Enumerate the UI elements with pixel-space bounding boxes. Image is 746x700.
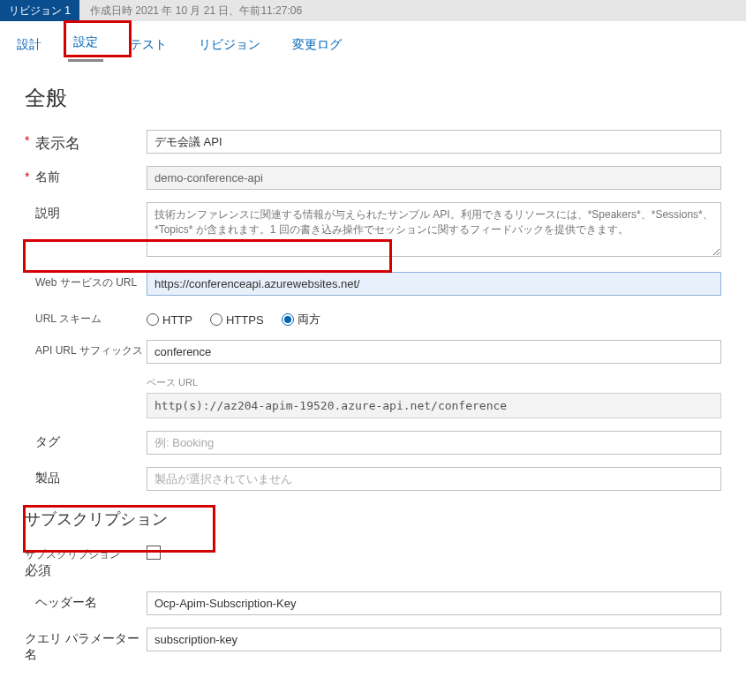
label-sub-required-1: サブスクリプション bbox=[25, 547, 147, 562]
checkbox-subscription-required[interactable] bbox=[147, 546, 161, 560]
input-display-name[interactable] bbox=[147, 130, 721, 154]
input-query-param[interactable] bbox=[147, 628, 721, 651]
radio-both[interactable]: 両方 bbox=[282, 312, 320, 327]
revision-created-text: 作成日時 2021 年 10 月 21 日、午前11:27:06 bbox=[90, 4, 302, 19]
label-tags: タグ bbox=[35, 434, 60, 450]
section-subscription-heading: サブスクリプション bbox=[25, 508, 721, 530]
label-name: 名前 bbox=[35, 169, 60, 185]
revision-badge: リビジョン 1 bbox=[0, 0, 79, 21]
input-web-service-url[interactable] bbox=[147, 272, 721, 296]
input-tags[interactable] bbox=[147, 431, 721, 455]
label-display-name: 表示名 bbox=[35, 133, 80, 154]
input-name bbox=[147, 166, 721, 190]
radio-http[interactable]: HTTP bbox=[147, 313, 192, 327]
radio-https[interactable]: HTTPS bbox=[210, 313, 264, 327]
label-query-param-2: 名 bbox=[25, 647, 147, 663]
tab-revisions[interactable]: リビジョン bbox=[193, 30, 266, 62]
input-header-name[interactable] bbox=[147, 591, 721, 615]
tab-settings[interactable]: 設定 bbox=[68, 27, 103, 62]
input-description[interactable] bbox=[147, 202, 721, 257]
footer: 保存 破棄 bbox=[0, 693, 746, 700]
label-url-scheme: URL スキーム bbox=[35, 312, 102, 327]
input-api-suffix[interactable] bbox=[147, 340, 721, 364]
label-header-name: ヘッダー名 bbox=[35, 595, 97, 611]
label-query-param-1: クエリ パラメーター bbox=[25, 631, 139, 645]
tab-changelog[interactable]: 変更ログ bbox=[287, 30, 347, 62]
label-web-service-url: Web サービスの URL bbox=[35, 275, 137, 290]
section-general-heading: 全般 bbox=[25, 84, 721, 112]
tabs: 設計 設定 テスト リビジョン 変更ログ bbox=[0, 21, 746, 63]
tab-test[interactable]: テスト bbox=[124, 30, 172, 62]
revision-bar: リビジョン 1 作成日時 2021 年 10 月 21 日、午前11:27:06 bbox=[0, 0, 746, 21]
label-description: 説明 bbox=[35, 206, 60, 222]
base-url-value: http(s)://az204-apim-19520.azure-api.net… bbox=[147, 393, 721, 418]
input-products[interactable] bbox=[147, 467, 721, 491]
label-sub-required-2: 必須 bbox=[25, 562, 147, 579]
label-api-suffix: API URL サフィックス bbox=[35, 343, 143, 358]
tab-design[interactable]: 設計 bbox=[11, 30, 47, 62]
label-products: 製品 bbox=[35, 470, 60, 486]
label-base-url: ベース URL bbox=[147, 376, 721, 389]
